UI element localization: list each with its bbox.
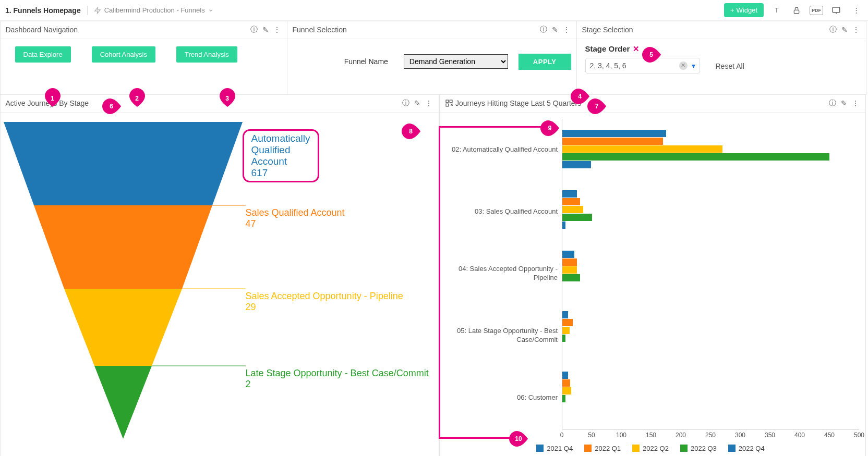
reset-all-button[interactable]: Reset All — [716, 62, 744, 73]
bar-segment[interactable] — [562, 266, 577, 274]
text-tool-icon[interactable]: T — [770, 4, 783, 17]
more-menu-icon[interactable]: ⋮ — [849, 4, 863, 17]
bar-category-label: 03: Sales Qualified Account — [442, 181, 562, 243]
svg-marker-5 — [34, 205, 212, 289]
bar-segment[interactable] — [562, 258, 577, 266]
legend-item[interactable]: 2022 Q4 — [728, 445, 765, 452]
funnel-chart[interactable] — [1, 118, 246, 451]
bar-segment[interactable] — [562, 379, 570, 387]
bar-category-label: 04: Sales Accepted Opportunity - Pipelin… — [442, 243, 562, 305]
panel-dashboard-navigation: Dashboard Navigation ⓘ ✎ ⋮ Data Explore … — [0, 21, 287, 95]
info-icon[interactable]: ⓘ — [400, 96, 412, 110]
legend-item[interactable]: 2022 Q1 — [584, 445, 621, 452]
add-widget-button[interactable]: + Widget — [724, 3, 764, 17]
bar-segment[interactable] — [562, 130, 666, 137]
panel-journeys-hitting-stage: Journeys Hitting Stage Last 5 Quarters ⓘ… — [439, 94, 866, 457]
funnel-stage-label: Late Stage Opportunity - Best Case/Commi… — [246, 368, 429, 390]
apply-button[interactable]: APPLY — [519, 54, 571, 70]
bar-segment[interactable] — [562, 327, 570, 334]
bar-segment[interactable] — [562, 335, 565, 342]
x-tick: 300 — [735, 432, 745, 439]
bar-segment[interactable] — [562, 311, 568, 318]
edit-icon[interactable]: ✎ — [838, 96, 850, 110]
x-tick: 350 — [765, 432, 775, 439]
funnel-stage-label: Sales Accepted Opportunity - Pipeline29 — [246, 291, 403, 313]
bar-category-label: 06: Customer — [442, 367, 562, 429]
more-icon[interactable]: ⋮ — [271, 23, 283, 36]
bar-segment[interactable] — [562, 319, 573, 326]
bar-segment[interactable] — [562, 395, 565, 402]
separator — [87, 6, 88, 15]
bar-segment[interactable] — [562, 214, 592, 221]
clear-icon[interactable]: ✕ — [679, 61, 688, 70]
svg-marker-0 — [94, 7, 100, 14]
bar-segment[interactable] — [562, 161, 591, 168]
more-icon[interactable]: ⋮ — [850, 23, 862, 36]
present-icon[interactable] — [829, 4, 843, 17]
bar-segment[interactable] — [562, 206, 583, 213]
chart-legend: 2021 Q42022 Q12022 Q22022 Q32022 Q4 — [442, 445, 859, 452]
panel-stage-selection: Stage Selection ⓘ ✎ ⋮ Stage Order ✕ 2, 3… — [576, 21, 866, 95]
bar-segment[interactable] — [562, 138, 663, 145]
clear-filter-icon[interactable]: ✕ — [633, 44, 640, 54]
x-tick: 150 — [646, 432, 656, 439]
topbar: 1. Funnels Homepage Calibermind Producti… — [0, 0, 868, 21]
svg-rect-11 — [446, 100, 449, 103]
model-name: Calibermind Production - Funnels — [104, 6, 205, 14]
bar-segment[interactable] — [562, 190, 577, 198]
more-icon[interactable]: ⋮ — [561, 23, 572, 36]
x-tick: 100 — [616, 432, 626, 439]
x-tick: 0 — [560, 432, 564, 439]
funnel-name-select[interactable]: Demand Generation — [404, 54, 508, 69]
legend-item[interactable]: 2022 Q2 — [632, 445, 669, 452]
stage-order-input[interactable]: 2, 3, 4, 5, 6 ✕ ▾ — [585, 58, 700, 73]
bolt-icon — [94, 7, 101, 14]
funnel-labels: Automatically Qualified Account617Sales … — [246, 118, 435, 451]
edit-icon[interactable]: ✎ — [412, 96, 423, 110]
data-explore-button[interactable]: Data Explore — [15, 46, 71, 63]
cohort-analysis-button[interactable]: Cohort Analysis — [92, 46, 155, 63]
bar-category-label: 05: Late Stage Opportunity - Best Case/C… — [442, 305, 562, 367]
svg-rect-13 — [446, 104, 449, 106]
more-icon[interactable]: ⋮ — [850, 96, 861, 110]
info-icon[interactable]: ⓘ — [827, 96, 838, 110]
svg-rect-2 — [833, 7, 840, 13]
bar-segment[interactable] — [562, 153, 829, 161]
x-tick: 500 — [854, 432, 864, 439]
bar-segment[interactable] — [562, 387, 571, 395]
svg-marker-6 — [64, 289, 182, 366]
bar-chart[interactable]: 02: Automatically Qualified Account03: S… — [440, 113, 865, 457]
info-icon[interactable]: ⓘ — [538, 23, 549, 36]
x-tick: 250 — [705, 432, 716, 439]
panel-title: Dashboard Navigation — [6, 26, 248, 34]
legend-item[interactable]: 2022 Q3 — [680, 445, 717, 452]
edit-icon[interactable]: ✎ — [839, 23, 850, 36]
bar-segment[interactable] — [562, 251, 574, 258]
bar-segment[interactable] — [562, 145, 722, 153]
x-tick: 450 — [824, 432, 835, 439]
info-icon[interactable]: ⓘ — [248, 23, 260, 36]
legend-item[interactable]: 2021 Q4 — [536, 445, 573, 452]
pdf-export-icon[interactable]: PDF — [810, 6, 823, 15]
bar-segment[interactable] — [562, 274, 580, 281]
dashboard-grid: Dashboard Navigation ⓘ ✎ ⋮ Data Explore … — [0, 21, 868, 456]
bar-segment[interactable] — [562, 221, 565, 229]
stage-order-value: 2, 3, 4, 5, 6 — [590, 61, 675, 70]
panel-funnel-selection: Funnel Selection ⓘ ✎ ⋮ Funnel Name Deman… — [287, 21, 577, 95]
bar-segment[interactable] — [562, 198, 580, 205]
x-tick: 50 — [588, 432, 595, 439]
trend-analysis-button[interactable]: Trend Analysis — [176, 46, 237, 63]
edit-icon[interactable]: ✎ — [260, 23, 271, 36]
panel-active-journeys: Active Journeys By Stage ⓘ ✎ ⋮ Automatic… — [0, 94, 439, 457]
funnel-stage-label: Sales Qualified Account47 — [246, 207, 345, 229]
widget-label: Widget — [737, 6, 757, 14]
dropdown-icon[interactable]: ▾ — [692, 61, 695, 70]
edit-icon[interactable]: ✎ — [549, 23, 561, 36]
model-selector[interactable]: Calibermind Production - Funnels — [94, 6, 213, 14]
info-icon[interactable]: ⓘ — [827, 23, 839, 36]
bar-segment[interactable] — [562, 372, 568, 379]
lock-icon[interactable] — [790, 4, 803, 17]
more-icon[interactable]: ⋮ — [423, 96, 435, 110]
svg-marker-7 — [94, 366, 152, 439]
explore-icon[interactable] — [445, 99, 453, 107]
